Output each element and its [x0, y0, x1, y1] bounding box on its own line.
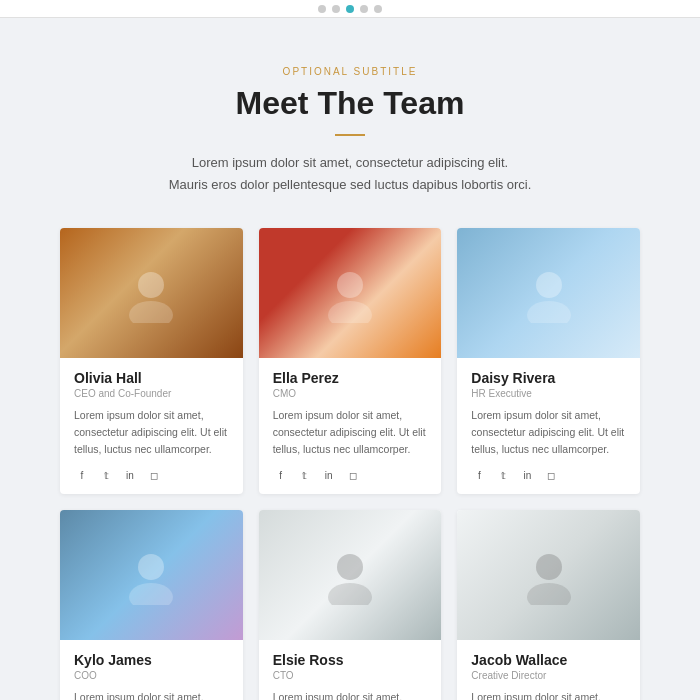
section-subtitle: OPTIONAL SUBTITLE: [60, 66, 640, 77]
nav-dot-2[interactable]: [332, 5, 340, 13]
member-name-olivia: Olivia Hall: [74, 370, 229, 386]
avatar-silhouette-3: [519, 263, 579, 323]
team-grid: Olivia Hall CEO and Co-Founder Lorem ips…: [60, 228, 640, 700]
svg-point-10: [536, 554, 562, 580]
instagram-icon-daisy[interactable]: ◻: [543, 468, 559, 484]
avatar-silhouette-1: [121, 263, 181, 323]
team-photo-ella: [259, 228, 442, 358]
navigation-dots: [0, 0, 700, 18]
team-card-kylo: Kylo James COO Lorem ipsum dolor sit ame…: [60, 510, 243, 700]
avatar-silhouette-5: [320, 545, 380, 605]
svg-point-2: [337, 272, 363, 298]
team-photo-jacob: [457, 510, 640, 640]
svg-point-7: [129, 583, 173, 605]
team-card-jacob: Jacob Wallace Creative Director Lorem ip…: [457, 510, 640, 700]
svg-point-4: [536, 272, 562, 298]
team-card-daisy: Daisy Rivera HR Executive Lorem ipsum do…: [457, 228, 640, 493]
member-role-daisy: HR Executive: [471, 388, 626, 399]
member-role-jacob: Creative Director: [471, 670, 626, 681]
member-bio-kylo: Lorem ipsum dolor sit amet, consectetur …: [74, 689, 229, 700]
team-card-body-olivia: Olivia Hall CEO and Co-Founder Lorem ips…: [60, 358, 243, 493]
member-role-olivia: CEO and Co-Founder: [74, 388, 229, 399]
svg-point-9: [328, 583, 372, 605]
linkedin-icon-daisy[interactable]: in: [519, 468, 535, 484]
nav-dot-4[interactable]: [360, 5, 368, 13]
linkedin-icon-ella[interactable]: in: [321, 468, 337, 484]
instagram-icon-ella[interactable]: ◻: [345, 468, 361, 484]
member-role-kylo: COO: [74, 670, 229, 681]
team-card-elsie: Elsie Ross CTO Lorem ipsum dolor sit ame…: [259, 510, 442, 700]
nav-dot-3[interactable]: [346, 5, 354, 13]
member-bio-jacob: Lorem ipsum dolor sit amet, consectetur …: [471, 689, 626, 700]
instagram-icon-olivia[interactable]: ◻: [146, 468, 162, 484]
team-card-body-ella: Ella Perez CMO Lorem ipsum dolor sit ame…: [259, 358, 442, 493]
team-card-body-daisy: Daisy Rivera HR Executive Lorem ipsum do…: [457, 358, 640, 493]
linkedin-icon-olivia[interactable]: in: [122, 468, 138, 484]
social-links-ella: f 𝕥 in ◻: [273, 468, 428, 484]
member-bio-olivia: Lorem ipsum dolor sit amet, consectetur …: [74, 407, 229, 457]
team-card-body-elsie: Elsie Ross CTO Lorem ipsum dolor sit ame…: [259, 640, 442, 700]
member-bio-elsie: Lorem ipsum dolor sit amet, consectetur …: [273, 689, 428, 700]
team-card-olivia: Olivia Hall CEO and Co-Founder Lorem ips…: [60, 228, 243, 493]
svg-point-8: [337, 554, 363, 580]
team-photo-daisy: [457, 228, 640, 358]
title-underline: [335, 134, 365, 136]
team-card-body-kylo: Kylo James COO Lorem ipsum dolor sit ame…: [60, 640, 243, 700]
svg-point-3: [328, 301, 372, 323]
twitter-icon-daisy[interactable]: 𝕥: [495, 468, 511, 484]
svg-point-11: [527, 583, 571, 605]
member-bio-daisy: Lorem ipsum dolor sit amet, consectetur …: [471, 407, 626, 457]
svg-point-6: [138, 554, 164, 580]
team-photo-olivia: [60, 228, 243, 358]
member-role-ella: CMO: [273, 388, 428, 399]
team-card-ella: Ella Perez CMO Lorem ipsum dolor sit ame…: [259, 228, 442, 493]
member-name-jacob: Jacob Wallace: [471, 652, 626, 668]
team-card-body-jacob: Jacob Wallace Creative Director Lorem ip…: [457, 640, 640, 700]
description-line2: Mauris eros dolor pellentesque sed luctu…: [169, 177, 532, 192]
member-name-elsie: Elsie Ross: [273, 652, 428, 668]
member-role-elsie: CTO: [273, 670, 428, 681]
description-line1: Lorem ipsum dolor sit amet, consectetur …: [192, 155, 508, 170]
avatar-silhouette-2: [320, 263, 380, 323]
section-description: Lorem ipsum dolor sit amet, consectetur …: [60, 152, 640, 196]
social-links-daisy: f 𝕥 in ◻: [471, 468, 626, 484]
facebook-icon-olivia[interactable]: f: [74, 468, 90, 484]
facebook-icon-daisy[interactable]: f: [471, 468, 487, 484]
meet-the-team-section: OPTIONAL SUBTITLE Meet The Team Lorem ip…: [0, 18, 700, 700]
team-photo-elsie: [259, 510, 442, 640]
svg-point-5: [527, 301, 571, 323]
avatar-silhouette-4: [121, 545, 181, 605]
svg-point-1: [129, 301, 173, 323]
svg-point-0: [138, 272, 164, 298]
twitter-icon-olivia[interactable]: 𝕥: [98, 468, 114, 484]
facebook-icon-ella[interactable]: f: [273, 468, 289, 484]
nav-dot-1[interactable]: [318, 5, 326, 13]
member-bio-ella: Lorem ipsum dolor sit amet, consectetur …: [273, 407, 428, 457]
section-title: Meet The Team: [60, 85, 640, 122]
avatar-silhouette-6: [519, 545, 579, 605]
team-photo-kylo: [60, 510, 243, 640]
member-name-kylo: Kylo James: [74, 652, 229, 668]
social-links-olivia: f 𝕥 in ◻: [74, 468, 229, 484]
member-name-ella: Ella Perez: [273, 370, 428, 386]
nav-dot-5[interactable]: [374, 5, 382, 13]
member-name-daisy: Daisy Rivera: [471, 370, 626, 386]
twitter-icon-ella[interactable]: 𝕥: [297, 468, 313, 484]
